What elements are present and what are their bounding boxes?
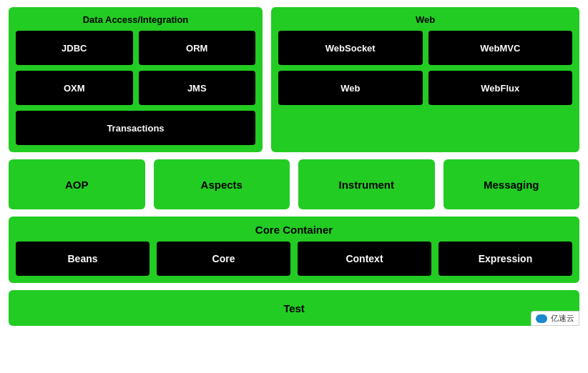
data-access-title: Data Access/Integration: [16, 14, 255, 25]
test-panel: Test 亿速云: [9, 290, 579, 326]
expression-btn: Expression: [438, 242, 572, 276]
core-grid: Beans Core Context Expression: [16, 242, 572, 276]
test-title: Test: [283, 302, 305, 314]
jms-btn: JMS: [139, 71, 256, 105]
data-access-grid: JDBC ORM OXM JMS Transactions: [16, 31, 255, 145]
data-access-panel: Data Access/Integration JDBC ORM OXM JMS…: [9, 7, 263, 152]
context-btn: Context: [298, 242, 431, 276]
web-title: Web: [278, 14, 572, 25]
core-container-title: Core Container: [16, 224, 572, 236]
orm-btn: ORM: [139, 31, 256, 65]
watermark-cloud-icon: [536, 314, 547, 323]
row2: AOP Aspects Instrument Messaging: [9, 159, 579, 209]
jdbc-btn: JDBC: [16, 31, 133, 65]
row1: Data Access/Integration JDBC ORM OXM JMS…: [9, 7, 579, 152]
messaging-panel: Messaging: [444, 159, 580, 209]
web-grid: WebSocket WebMVC Web WebFlux: [278, 31, 572, 105]
web-btn: Web: [278, 71, 423, 105]
watermark-text: 亿速云: [551, 313, 574, 324]
webmvc-btn: WebMVC: [428, 31, 573, 65]
oxm-btn: OXM: [16, 71, 133, 105]
webflux-btn: WebFlux: [428, 71, 573, 105]
watermark: 亿速云: [531, 311, 579, 326]
main-container: Data Access/Integration JDBC ORM OXM JMS…: [0, 0, 588, 333]
aspects-panel: Aspects: [154, 159, 290, 209]
beans-btn: Beans: [16, 242, 150, 276]
web-panel: Web WebSocket WebMVC Web WebFlux: [271, 7, 579, 152]
transactions-btn: Transactions: [16, 111, 255, 145]
instrument-panel: Instrument: [298, 159, 435, 209]
aop-panel: AOP: [9, 159, 145, 209]
websocket-btn: WebSocket: [278, 31, 423, 65]
core-btn: Core: [157, 242, 290, 276]
core-container-panel: Core Container Beans Core Context Expres…: [9, 217, 579, 283]
